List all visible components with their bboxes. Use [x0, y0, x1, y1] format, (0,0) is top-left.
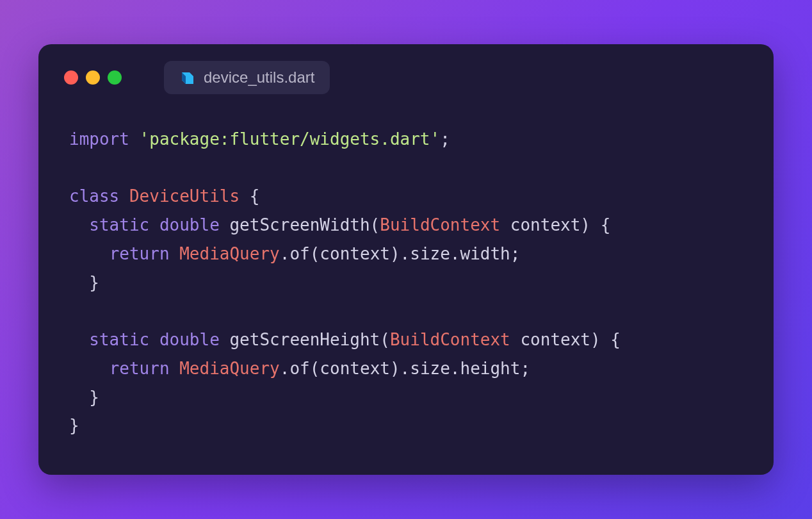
file-tab-label: device_utils.dart — [204, 69, 314, 86]
minimize-button[interactable] — [86, 70, 100, 85]
titlebar: device_utils.dart — [38, 44, 774, 94]
dart-file-icon — [179, 70, 195, 85]
close-button[interactable] — [64, 70, 78, 85]
file-tab[interactable]: device_utils.dart — [164, 61, 330, 94]
code-area[interactable]: import 'package:flutter/widgets.dart'; c… — [38, 94, 774, 475]
traffic-lights — [64, 70, 122, 85]
maximize-button[interactable] — [108, 70, 122, 85]
code-window: device_utils.dart import 'package:flutte… — [38, 44, 774, 475]
code-content: import 'package:flutter/widgets.dart'; c… — [69, 125, 743, 440]
